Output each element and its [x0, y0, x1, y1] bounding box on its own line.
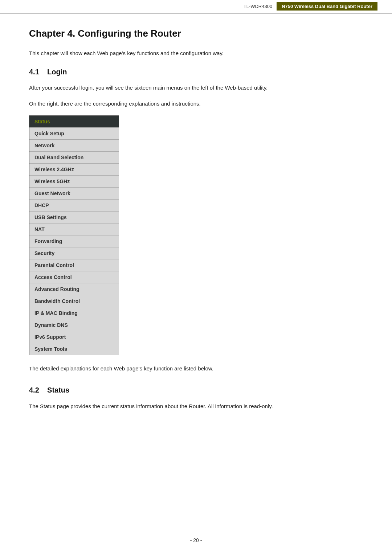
header-title: N750 Wireless Dual Band Gigabit Router [277, 2, 377, 11]
section-42-text: The Status page provides the current sta… [29, 402, 363, 411]
menu-item-bandwidth-control[interactable]: Bandwidth Control [29, 295, 119, 307]
menu-item-usb-settings[interactable]: USB Settings [29, 212, 119, 223]
header-model: TL-WDR4300 [244, 4, 272, 9]
menu-item-dynamic-dns[interactable]: Dynamic DNS [29, 319, 119, 331]
section-41-intro-line1: After your successful login, you will se… [29, 83, 363, 92]
menu-item-nat[interactable]: NAT [29, 223, 119, 235]
menu-item-status[interactable]: Status [29, 116, 119, 128]
section-42-number: 4.2 [29, 386, 39, 394]
section-41-number: 4.1 [29, 68, 39, 76]
menu-item-ipv6-support[interactable]: IPv6 Support [29, 331, 119, 343]
page-number: - 20 - [190, 537, 202, 543]
header-bar: TL-WDR4300 N750 Wireless Dual Band Gigab… [0, 0, 392, 13]
menu-item-advanced-routing[interactable]: Advanced Routing [29, 283, 119, 295]
page-footer: - 20 - [0, 537, 392, 543]
menu-item-quick-setup[interactable]: Quick Setup [29, 128, 119, 140]
menu-item-dhcp[interactable]: DHCP [29, 200, 119, 212]
menu-item-guest-network[interactable]: Guest Network [29, 188, 119, 200]
main-content: Chapter 4. Configuring the Router This c… [0, 13, 392, 426]
section-41-outro: The detailed explanations for each Web p… [29, 365, 363, 372]
section-42-heading: Status [47, 386, 69, 394]
menu-item-ip-&-mac-binding[interactable]: IP & MAC Binding [29, 307, 119, 319]
section-42: 4.2 Status The Status page provides the … [29, 386, 363, 411]
menu-item-parental-control[interactable]: Parental Control [29, 259, 119, 271]
menu-item-network[interactable]: Network [29, 140, 119, 152]
section-41-heading: Login [47, 68, 67, 76]
menu-item-system-tools[interactable]: System Tools [29, 343, 119, 355]
menu-item-access-control[interactable]: Access Control [29, 271, 119, 283]
section-41-title: 4.1 Login [29, 68, 363, 76]
menu-item-wireless-5ghz[interactable]: Wireless 5GHz [29, 176, 119, 188]
menu-item-wireless-2.4ghz[interactable]: Wireless 2.4GHz [29, 164, 119, 176]
menu-item-security[interactable]: Security [29, 247, 119, 259]
chapter-intro: This chapter will show each Web page's k… [29, 50, 363, 56]
menu-item-forwarding[interactable]: Forwarding [29, 235, 119, 247]
chapter-title: Chapter 4. Configuring the Router [29, 28, 363, 39]
menu-item-dual-band-selection[interactable]: Dual Band Selection [29, 152, 119, 164]
section-42-title: 4.2 Status [29, 386, 363, 394]
section-41-intro-line2: On the right, there are the correspondin… [29, 99, 363, 108]
nav-menu: StatusQuick SetupNetworkDual Band Select… [29, 115, 119, 355]
